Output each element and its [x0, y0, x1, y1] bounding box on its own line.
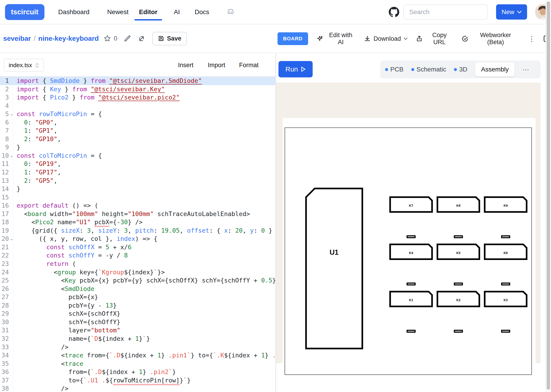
tabs-more-icon[interactable]: ⋯	[522, 66, 530, 74]
line-number[interactable]: 27	[0, 293, 13, 301]
save-button[interactable]: Save	[152, 32, 187, 45]
new-button[interactable]: New	[496, 4, 527, 20]
code-line[interactable]: 37 to={`.U1 .${rowToMicroPin[row]}`}	[0, 376, 275, 385]
code-line[interactable]: 38 />	[0, 385, 275, 392]
code-line[interactable]: 19 {grid({ sizeX: 3, sizeY: 3, pitch: 19…	[0, 226, 275, 235]
menu-import[interactable]: Import	[208, 54, 225, 77]
code-line[interactable]: 11 0: "GP19",	[0, 160, 275, 168]
code-line[interactable]: 10›const colToMicroPin = {	[0, 152, 275, 160]
line-number[interactable]: 2	[0, 85, 13, 94]
line-number[interactable]: 15	[0, 193, 13, 202]
code-line[interactable]: 13 2: "GP5",	[0, 177, 275, 185]
line-number[interactable]: 20›	[0, 235, 13, 243]
nav-item-ai[interactable]: AI	[174, 8, 180, 16]
code-line[interactable]: 14}	[0, 185, 275, 193]
code-editor[interactable]: 1import { SmdDiode } from "@tsci/seveiba…	[0, 77, 275, 392]
line-number[interactable]: 14	[0, 185, 13, 193]
line-number[interactable]: 32	[0, 335, 13, 343]
tab-assembly[interactable]: Assembly	[475, 62, 515, 77]
line-number[interactable]: 24	[0, 268, 13, 277]
code-line[interactable]: 25 <Key pcbX={x} pcbY={y} schX={schOffX}…	[0, 276, 275, 285]
line-number[interactable]: 16	[0, 202, 13, 210]
nav-item-dashboard[interactable]: Dashboard	[58, 8, 90, 16]
edit-with-ai-button[interactable]: Edit with AI	[316, 32, 356, 46]
discord-icon[interactable]	[226, 7, 235, 17]
code-line[interactable]: 32 name={`D${index + 1}`}	[0, 335, 275, 343]
run-button[interactable]: Run	[279, 61, 313, 77]
code-line[interactable]: 4	[0, 102, 275, 110]
open-external-icon[interactable]	[138, 35, 145, 42]
code-line[interactable]: 21 const schOffX = 5 + x/6	[0, 243, 275, 252]
line-number[interactable]: 23	[0, 260, 13, 268]
line-number[interactable]: 11	[0, 160, 13, 168]
line-number[interactable]: 19	[0, 226, 13, 235]
code-line[interactable]: 15	[0, 193, 275, 202]
code-line[interactable]: 33 />	[0, 343, 275, 351]
code-line[interactable]: 7 1: "GP1",	[0, 126, 275, 135]
line-number[interactable]: 35	[0, 360, 13, 368]
code-line[interactable]: 5›const rowToMicroPin = {	[0, 110, 275, 118]
board-badge[interactable]: BOARD	[278, 32, 308, 45]
code-line[interactable]: 23 return (	[0, 260, 275, 268]
line-number[interactable]: 8	[0, 135, 13, 143]
code-line[interactable]: 12 1: "GP17",	[0, 168, 275, 177]
nav-item-editor[interactable]: Editor	[139, 8, 157, 16]
line-number[interactable]: 28	[0, 301, 13, 310]
line-number[interactable]: 30	[0, 318, 13, 326]
line-number[interactable]: 36	[0, 368, 13, 376]
file-tab[interactable]: index.tsx	[4, 59, 44, 72]
line-number[interactable]: 25	[0, 276, 13, 285]
code-line[interactable]: 27 pcbX={x}	[0, 293, 275, 301]
line-number[interactable]: 38	[0, 385, 13, 392]
line-number[interactable]: 10›	[0, 152, 13, 160]
assembly-board-canvas[interactable]: U1 K7K8K9K4K5K6K1K2K3	[285, 127, 532, 375]
nav-item-newest[interactable]: Newest	[107, 8, 129, 16]
more-options-icon[interactable]: ⋮	[528, 35, 535, 43]
tab-schematic[interactable]: Schematic	[411, 66, 446, 73]
line-number[interactable]: 3	[0, 93, 13, 102]
code-line[interactable]: 28 pcbY={y - 13}	[0, 301, 275, 310]
tab-3d[interactable]: 3D	[454, 66, 467, 73]
code-line[interactable]: 18 <Pico2 name="U1" pcbX={-30} />	[0, 218, 275, 226]
fold-chevron-icon[interactable]: ›	[7, 155, 16, 158]
line-number[interactable]: 21	[0, 243, 13, 252]
line-number[interactable]: 26	[0, 285, 13, 293]
code-line[interactable]: 1import { SmdDiode } from "@tsci/seveiba…	[0, 77, 275, 85]
code-line[interactable]: 34 <trace from={`.D${index + 1} .pin1`} …	[0, 351, 275, 360]
code-line[interactable]: 24 <group key={`Kgroup${index}`}>	[0, 268, 275, 277]
line-number[interactable]: 9	[0, 143, 13, 152]
code-line[interactable]: 20› ({ x, y, row, col }, index) => {	[0, 235, 275, 243]
edit-pencil-icon[interactable]	[124, 35, 131, 42]
line-number[interactable]: 34	[0, 351, 13, 360]
code-line[interactable]: 16export default () => (	[0, 202, 275, 210]
code-line[interactable]: 8 2: "GP10",	[0, 135, 275, 143]
line-number[interactable]: 18	[0, 218, 13, 226]
line-number[interactable]: 33	[0, 343, 13, 351]
github-icon[interactable]	[389, 7, 399, 17]
breadcrumb-owner[interactable]: seveibar	[3, 35, 31, 42]
line-number[interactable]: 1	[0, 77, 13, 85]
line-number[interactable]: 13	[0, 177, 13, 185]
code-line[interactable]: 9}	[0, 143, 275, 152]
download-button[interactable]: Download	[364, 35, 408, 42]
line-number[interactable]: 22	[0, 251, 13, 260]
code-line[interactable]: 36 from={`.D${index + 1} .pin2`}	[0, 368, 275, 376]
fold-chevron-icon[interactable]: ›	[7, 113, 16, 116]
line-number[interactable]: 4	[0, 102, 13, 110]
menu-format[interactable]: Format	[239, 54, 259, 77]
code-line[interactable]: 31 layer="bottom"	[0, 326, 275, 335]
line-number[interactable]: 29	[0, 310, 13, 318]
breadcrumb-repo[interactable]: nine-key-keyboard	[38, 35, 99, 42]
star-icon[interactable]	[104, 35, 111, 42]
page-scrollbar[interactable]	[545, 0, 551, 392]
tscircuit-logo[interactable]: tscircuit	[5, 4, 44, 20]
code-line[interactable]: 2import { Key } from "@tsci/seveibar.Key…	[0, 85, 275, 94]
code-line[interactable]: 29 schX={schOffX}	[0, 310, 275, 318]
code-line[interactable]: 3import { Pico2 } from "@tsci/seveibar.p…	[0, 93, 275, 102]
line-number[interactable]: 12	[0, 168, 13, 177]
line-number[interactable]: 31	[0, 326, 13, 335]
code-line[interactable]: 35 <trace	[0, 360, 275, 368]
line-number[interactable]: 17	[0, 210, 13, 218]
line-number[interactable]: 7	[0, 126, 13, 135]
line-number[interactable]: 6	[0, 118, 13, 127]
